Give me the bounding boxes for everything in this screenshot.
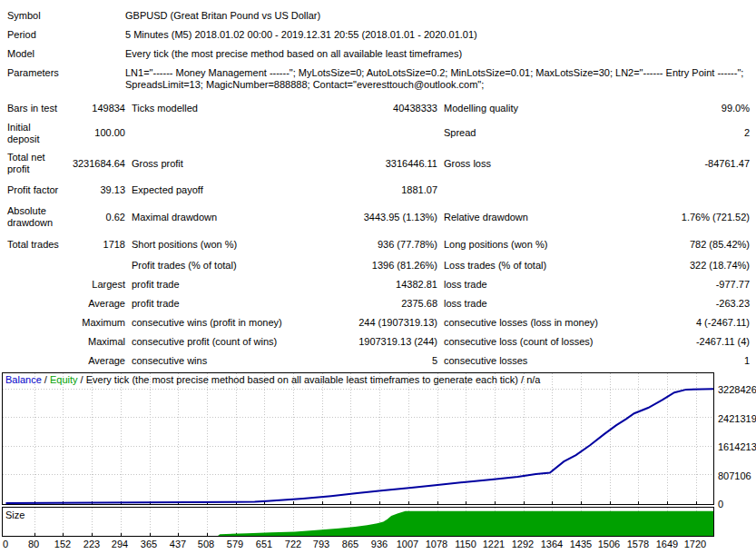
stat-value: 14382.81: [312, 279, 437, 291]
stat-value: 322 (18.74%): [624, 260, 750, 272]
stat-label: Loss trades (% of total): [437, 260, 624, 272]
stat-row: Maximumconsecutive wins (profit in money…: [0, 313, 756, 332]
stat-label: profit trade: [125, 279, 312, 291]
stat-row: Total trades1718Short positions (won %)9…: [0, 233, 756, 255]
stat-row: Maximalconsecutive profit (count of wins…: [0, 332, 756, 351]
stat-label: Profit trades (% of total): [125, 260, 312, 272]
chart-legend: Balance / Equity / Every tick (the most …: [5, 374, 540, 385]
legend-segment: / Every tick (the most precise method ba…: [78, 374, 541, 385]
stat-value: Largest: [64, 279, 125, 291]
stat-value: 5: [312, 355, 437, 367]
y-axis-label: 2421319: [718, 413, 756, 424]
stat-value: 1881.07: [312, 184, 437, 196]
report-row: ParametersLN1="------ Money Management -…: [0, 67, 756, 91]
size-panel-label: Size: [5, 509, 25, 520]
stat-value: 244 (1907319.13): [312, 317, 437, 329]
stat-label: consecutive loss (count of losses): [437, 336, 624, 348]
stat-label: Ticks modelled: [125, 103, 312, 114]
stat-label: Initial deposit: [0, 122, 64, 145]
stat-value: 4 (-2467.11): [624, 317, 750, 329]
stat-label: profit trade: [125, 298, 312, 310]
stat-value: 3231684.64: [64, 158, 125, 170]
stat-label: consecutive losses (loss in money): [437, 317, 624, 329]
stat-row: Largestprofit trade14382.81loss trade-97…: [0, 275, 756, 294]
stat-value: 1718: [64, 239, 125, 251]
stat-label: Gross loss: [437, 158, 624, 170]
stat-value: Maximum: [64, 317, 125, 329]
stat-value: 936 (77.78%): [312, 239, 437, 251]
stat-value: 149834: [64, 103, 125, 114]
stat-value: 782 (85.42%): [624, 239, 750, 251]
stat-value: 1: [624, 355, 750, 367]
stat-row: Profit factor39.13Expected payoff1881.07: [0, 179, 756, 201]
stat-value: Average: [64, 355, 125, 367]
stat-value: 1.76% (721.52): [624, 212, 750, 223]
balance-chart-panel: [2, 372, 714, 505]
stat-value: 3443.95 (1.13%): [312, 212, 437, 223]
stat-label: Long positions (won %): [437, 239, 624, 251]
stat-label: Total trades: [0, 239, 64, 251]
report-label: Model: [0, 48, 125, 60]
y-axis-label: 1614213: [718, 441, 756, 452]
report-value: Every tick (the most precise method base…: [125, 48, 749, 60]
y-axis-label: 0: [718, 499, 756, 509]
stat-row: Absolute drawdown0.62Maximal drawdown344…: [0, 201, 756, 233]
stat-row: Total net profit3231684.64Gross profit33…: [0, 148, 756, 179]
stat-label: loss trade: [437, 279, 624, 291]
stat-value: 100.00: [64, 127, 125, 139]
report-label: Symbol: [0, 10, 125, 22]
stat-label: Relative drawdown: [437, 212, 624, 223]
stat-label: Maximal drawdown: [125, 212, 312, 223]
legend-segment: Equity: [50, 374, 78, 385]
stat-value: 3316446.11: [312, 158, 437, 170]
legend-segment: /: [42, 374, 50, 385]
stat-value: Average: [64, 298, 125, 310]
stat-value: -2467.11 (4): [624, 336, 750, 348]
size-chart-panel: [2, 507, 714, 537]
stat-row: Profit trades (% of total)1396 (81.26%)L…: [0, 255, 756, 275]
report-charts: Balance / Equity / Every tick (the most …: [0, 372, 756, 554]
stat-label: consecutive profit (count of wins): [125, 336, 312, 348]
report-row: ModelEvery tick (the most precise method…: [0, 48, 756, 67]
stat-value: Maximal: [64, 336, 125, 348]
stat-label: Spread: [437, 127, 624, 139]
stat-label: Short positions (won %): [125, 239, 312, 251]
y-axis-label: 807106: [718, 470, 756, 481]
stat-label: Absolute drawdown: [0, 205, 64, 229]
report-header-rows: SymbolGBPUSD (Great Britan Pound vs US D…: [0, 10, 756, 91]
stat-value: 0.62: [64, 212, 125, 223]
size-chart: [3, 508, 713, 536]
report-value: GBPUSD (Great Britan Pound vs US Dollar): [125, 10, 749, 22]
stat-row: Bars in test149834Ticks modelled40438333…: [0, 98, 756, 118]
stat-label: loss trade: [437, 298, 624, 310]
stat-value: -84761.47: [624, 158, 750, 170]
legend-segment: Balance: [5, 374, 42, 385]
stat-label: consecutive wins (profit in money): [125, 317, 312, 329]
stat-value: 2375.68: [312, 298, 437, 310]
x-axis-label: 1720: [675, 539, 715, 549]
report-stat-rows: Bars in test149834Ticks modelled40438333…: [0, 98, 756, 371]
stat-row: Averageprofit trade2375.68loss trade-263…: [0, 294, 756, 313]
report-label: Parameters: [0, 67, 125, 79]
strategy-tester-report: SymbolGBPUSD (Great Britan Pound vs US D…: [0, 0, 756, 371]
stat-label: Bars in test: [0, 103, 64, 114]
stat-value: 99.0%: [624, 103, 750, 114]
stat-value: 1396 (81.26%): [312, 260, 437, 272]
stat-label: Modelling quality: [437, 103, 624, 114]
report-value: 5 Minutes (M5) 2018.01.02 00:00 - 2019.1…: [125, 29, 749, 41]
size-area-series: [3, 511, 713, 536]
stat-value: 39.13: [64, 184, 125, 196]
stat-label: consecutive losses: [437, 355, 624, 367]
report-value: LN1="------ Money Management ------"; My…: [125, 67, 749, 91]
stat-value: -263.23: [624, 298, 750, 310]
stat-label: Gross profit: [125, 158, 312, 170]
report-label: Period: [0, 29, 125, 41]
stat-value: -977.77: [624, 279, 750, 291]
stat-value: 2: [624, 127, 750, 139]
stat-label: consecutive wins: [125, 355, 312, 367]
stat-row: Initial deposit100.00Spread2: [0, 118, 756, 148]
stat-value: 1907319.13 (244): [312, 336, 437, 348]
stat-label: Expected payoff: [125, 184, 312, 196]
report-row: SymbolGBPUSD (Great Britan Pound vs US D…: [0, 10, 756, 29]
balance-chart: [3, 373, 713, 504]
